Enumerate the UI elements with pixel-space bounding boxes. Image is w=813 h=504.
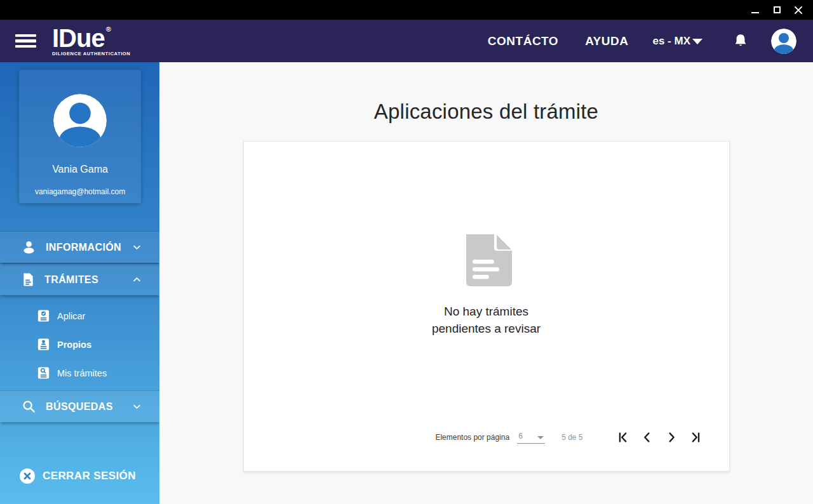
document-check-icon xyxy=(37,309,50,322)
next-page-button[interactable] xyxy=(663,429,680,446)
sidebar-item-propios[interactable]: Propios xyxy=(0,330,159,359)
logout-label: CERRAR SESIÓN xyxy=(43,470,136,482)
hamburger-icon xyxy=(15,34,36,48)
page-title: Aplicaciones del trámite xyxy=(374,99,598,124)
sidebar-item-busquedas[interactable]: BÚSQUEDAS xyxy=(0,391,159,422)
empty-document-icon xyxy=(461,234,512,286)
empty-state-message: No hay trámites pendientes a revisar xyxy=(432,303,541,337)
language-selector[interactable]: es - MX xyxy=(652,35,702,48)
nav-ayuda[interactable]: AYUDA xyxy=(585,34,628,48)
logo-subtitle: DILIGENCE AUTHENTICATION xyxy=(52,51,130,56)
items-per-page-label: Elementos por página xyxy=(435,433,509,442)
page-range-label: 5 de 5 xyxy=(561,433,582,442)
chevron-right-icon xyxy=(664,430,678,444)
sidebar-item-aplicar[interactable]: Aplicar xyxy=(0,302,159,330)
last-page-icon xyxy=(689,430,702,444)
empty-state: No hay trámites pendientes a revisar xyxy=(244,142,729,429)
language-value: es - MX xyxy=(652,35,690,48)
content-card: No hay trámites pendientes a revisar Ele… xyxy=(243,141,730,472)
logo-registered-mark: ® xyxy=(106,26,111,51)
document-search-icon xyxy=(37,366,50,380)
sidebar-menu: INFORMACIÓN TRÁMITES xyxy=(0,232,159,423)
window-titlebar xyxy=(0,0,813,20)
close-button[interactable] xyxy=(788,2,809,18)
sidebar-item-mis-tramites[interactable]: Mis trámites xyxy=(0,359,159,387)
search-icon xyxy=(22,399,36,414)
profile-avatar xyxy=(53,94,107,147)
chevron-up-icon xyxy=(132,275,142,284)
user-avatar-icon xyxy=(771,29,796,54)
main-content: Aplicaciones del trámite No hay trámites… xyxy=(159,62,813,504)
chevron-down-icon xyxy=(692,39,702,44)
maximize-icon xyxy=(774,6,781,13)
sidebar-item-informacion[interactable]: INFORMACIÓN xyxy=(0,232,159,263)
close-circle-icon xyxy=(20,468,35,484)
pagination: Elementos por página 6 5 de 5 xyxy=(244,429,704,446)
user-avatar-icon xyxy=(53,94,107,147)
close-icon xyxy=(794,6,803,15)
chevron-down-icon xyxy=(132,242,142,252)
logo-text: IDue xyxy=(52,25,105,51)
document-icon xyxy=(22,272,35,287)
chevron-left-icon xyxy=(640,430,654,444)
profile-email: vaniagamag@hotmail.com xyxy=(35,187,125,196)
document-person-icon xyxy=(37,338,50,351)
sidebar-item-label: Propios xyxy=(57,340,91,350)
empty-state-line2: pendientes a revisar xyxy=(432,320,541,337)
app-logo[interactable]: IDue ® DILIGENCE AUTHENTICATION xyxy=(52,25,130,56)
items-per-page-select[interactable]: 6 xyxy=(517,432,545,444)
first-page-icon xyxy=(616,430,630,444)
profile-name: Vania Gama xyxy=(52,164,108,175)
sidebar: Vania Gama vaniagamag@hotmail.com INFORM… xyxy=(0,62,159,504)
items-per-page-value: 6 xyxy=(518,432,523,441)
tramites-submenu: Aplicar Propios xyxy=(0,296,159,391)
bell-icon xyxy=(733,33,748,50)
nav-contacto[interactable]: CONTÁCTO xyxy=(488,34,558,48)
sidebar-item-label: Mis trámites xyxy=(57,368,107,378)
header-nav: CONTÁCTO AYUDA es - MX xyxy=(488,29,796,54)
minimize-button[interactable] xyxy=(744,2,766,18)
sidebar-item-label: Aplicar xyxy=(57,311,85,321)
previous-page-button[interactable] xyxy=(639,429,655,446)
logout-button[interactable]: CERRAR SESIÓN xyxy=(0,468,159,484)
chevron-down-icon xyxy=(537,436,544,439)
menu-toggle-button[interactable] xyxy=(15,32,36,51)
person-icon xyxy=(22,240,36,255)
app-window: IDue ® DILIGENCE AUTHENTICATION CONTÁCTO… xyxy=(0,0,813,504)
sidebar-item-tramites[interactable]: TRÁMITES xyxy=(0,264,159,295)
last-page-button[interactable] xyxy=(687,429,704,446)
first-page-button[interactable] xyxy=(615,429,631,446)
sidebar-item-label: BÚSQUEDAS xyxy=(46,401,113,413)
maximize-button[interactable] xyxy=(766,2,788,18)
notifications-button[interactable] xyxy=(733,33,748,50)
profile-card: Vania Gama vaniagamag@hotmail.com xyxy=(19,70,141,203)
user-avatar[interactable] xyxy=(771,29,796,54)
empty-state-line1: No hay trámites xyxy=(432,303,541,320)
pagination-nav xyxy=(607,429,704,446)
app-header: IDue ® DILIGENCE AUTHENTICATION CONTÁCTO… xyxy=(0,20,813,62)
minimize-icon xyxy=(751,12,759,13)
chevron-down-icon xyxy=(132,402,142,411)
sidebar-item-label: TRÁMITES xyxy=(44,274,98,286)
sidebar-item-label: INFORMACIÓN xyxy=(46,242,121,253)
